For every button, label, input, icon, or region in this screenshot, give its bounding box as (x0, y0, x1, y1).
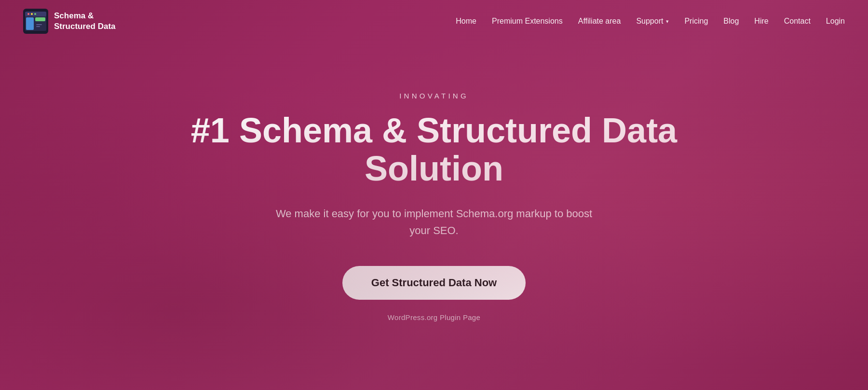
hero-content: INNOVATING #1 Schema & Structured Data S… (0, 23, 868, 390)
nav-hire[interactable]: Hire (754, 17, 768, 25)
navbar: Schema & Structured Data Home Premium Ex… (0, 0, 868, 42)
hero-title: #1 Schema & Structured Data Solution (145, 111, 723, 188)
svg-rect-6 (26, 17, 34, 30)
logo-text: Schema & Structured Data (54, 11, 116, 32)
support-chevron-icon: ▾ (666, 18, 669, 25)
svg-rect-7 (35, 17, 45, 21)
svg-point-3 (27, 13, 29, 15)
logo-icon (23, 9, 48, 34)
nav-contact[interactable]: Contact (784, 17, 811, 25)
nav-links: Home Premium Extensions Affiliate area S… (456, 17, 845, 26)
svg-point-4 (31, 13, 33, 15)
svg-rect-10 (36, 26, 40, 27)
nav-home[interactable]: Home (456, 17, 476, 25)
nav-pricing[interactable]: Pricing (684, 17, 708, 25)
svg-point-5 (34, 13, 36, 15)
nav-premium-extensions[interactable]: Premium Extensions (492, 17, 563, 25)
hero-subtitle: We make it easy for you to implement Sch… (265, 205, 603, 239)
nav-blog[interactable]: Blog (723, 17, 739, 25)
hero-eyebrow: INNOVATING (399, 92, 469, 100)
nav-login[interactable]: Login (826, 17, 845, 25)
hero-section: Schema & Structured Data Home Premium Ex… (0, 0, 868, 390)
nav-affiliate-area[interactable]: Affiliate area (578, 17, 621, 25)
cta-button[interactable]: Get Structured Data Now (342, 266, 526, 300)
nav-support[interactable]: Support ▾ (636, 17, 669, 26)
svg-rect-9 (36, 24, 42, 25)
wp-plugin-link[interactable]: WordPress.org Plugin Page (388, 313, 480, 321)
logo-link[interactable]: Schema & Structured Data (23, 9, 116, 34)
